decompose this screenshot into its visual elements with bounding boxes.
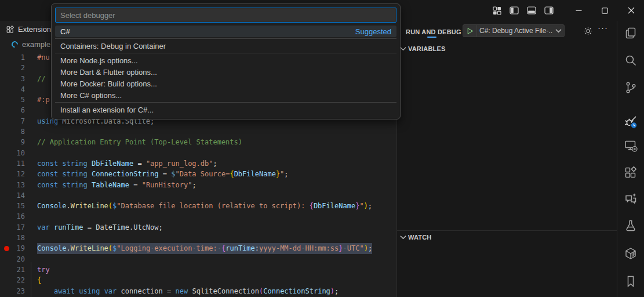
toggle-panel-button[interactable] [523, 2, 540, 19]
code-line-text: Console.WriteLine($"Database file locati… [37, 201, 372, 211]
line-number[interactable]: 21 [0, 265, 25, 275]
quick-pick-item[interactable]: More Node.js options... [55, 55, 396, 66]
activity-bar-item-remote-explorer[interactable] [624, 139, 638, 153]
line-number[interactable]: 20 [0, 254, 25, 265]
line-number[interactable]: 2 [0, 63, 25, 73]
close-button[interactable] [618, 0, 644, 21]
code-line[interactable]: 17var runTime = DateTime.UtcNow; [0, 222, 396, 233]
quick-pick-item-label: Install an extension for C#... [60, 106, 391, 114]
code-line[interactable]: 14 [0, 190, 396, 201]
code-line[interactable]: 10 [0, 148, 396, 158]
code-line[interactable]: 19Console.WriteLine($"Logging·execution·… [0, 243, 396, 253]
play-icon [466, 27, 474, 35]
code-line-text: const string DbFileName = "app_run_log.d… [37, 158, 217, 169]
code-line-text: #:p [37, 95, 50, 105]
line-number[interactable]: 10 [0, 148, 25, 158]
code-line-text: { [37, 275, 41, 285]
quick-pick-item-label: Containers: Debug in Container [60, 42, 391, 50]
activity-bar-item-chat[interactable] [624, 192, 638, 206]
code-line[interactable]: 12const string ConnectionString = $"Data… [0, 169, 396, 179]
code-line-text: var runTime = DateTime.UtcNow; [37, 222, 163, 233]
line-number[interactable]: 8 [0, 126, 25, 137]
debug-settings-gear-button[interactable] [583, 26, 594, 37]
code-line[interactable]: 18 [0, 233, 396, 243]
line-number[interactable]: 3 [0, 74, 25, 84]
breadcrumb[interactable]: example [0, 37, 50, 51]
activity-bar-item-testing[interactable] [624, 219, 638, 233]
line-number[interactable]: 1 [0, 52, 25, 63]
line-number[interactable]: 12 [0, 169, 25, 179]
code-line[interactable]: 23 await using var connection = new Sqli… [0, 286, 396, 296]
line-number[interactable]: 9 [0, 137, 25, 147]
line-number[interactable]: 15 [0, 201, 25, 211]
quick-pick-list: C#SuggestedContainers: Debug in Containe… [55, 26, 396, 115]
customize-layout-icon [493, 6, 501, 15]
quick-pick-panel: C#SuggestedContainers: Debug in Containe… [51, 3, 401, 119]
line-number[interactable]: 13 [0, 180, 25, 190]
csharp-file-icon [10, 39, 20, 49]
code-line-text: // Application Entry Point (Top-Level St… [37, 137, 242, 147]
code-line-text: const string ConnectionString = $"Data S… [37, 169, 289, 179]
quick-pick-item[interactable]: More C# options... [55, 89, 396, 101]
line-number[interactable]: 22 [0, 275, 25, 285]
quick-pick-item-label: C# [60, 27, 355, 36]
activity-bar-item-extensions[interactable] [624, 165, 638, 179]
quick-pick-item[interactable]: More Dart & Flutter options... [55, 66, 396, 78]
vscode-window: Extension example 1#nu23//45#:p67using M… [0, 0, 644, 297]
code-line[interactable]: 11const string DbFileName = "app_run_log… [0, 158, 396, 169]
tab-label: Extension [18, 25, 51, 34]
activity-bar-item-explorer[interactable] [624, 26, 638, 40]
line-number[interactable]: 16 [0, 211, 25, 222]
line-number[interactable]: 23 [0, 286, 25, 296]
source-control-icon [624, 81, 638, 95]
select-debugger-input[interactable] [55, 8, 396, 23]
activity-bar-item-run-and-debug[interactable] [624, 114, 638, 128]
line-number[interactable]: 17 [0, 222, 25, 233]
activity-bar-item-search[interactable] [624, 53, 638, 67]
breadcrumb-file-label: example [22, 40, 50, 49]
code-line[interactable]: 22{ [0, 275, 396, 285]
quick-pick-item[interactable]: Install an extension for C#... [55, 104, 396, 115]
code-line[interactable]: 15Console.WriteLine($"Database file loca… [0, 201, 396, 211]
maximize-button[interactable] [592, 0, 618, 21]
code-line[interactable]: 9// Application Entry Point (Top-Level S… [0, 137, 396, 147]
activity-bar-item-source-control[interactable] [624, 81, 638, 95]
customize-layout-button[interactable] [488, 2, 505, 19]
minimize-button[interactable] [566, 0, 592, 21]
toggle-primary-sidebar-button[interactable] [505, 2, 523, 19]
line-number[interactable]: 6 [0, 105, 25, 115]
watch-section-header[interactable]: WATCH [397, 231, 617, 243]
activity-bar-item-docker[interactable] [624, 247, 638, 260]
layout-sidebar-right-icon [544, 6, 554, 15]
line-number[interactable]: 18 [0, 233, 25, 243]
gear-icon [583, 26, 593, 36]
start-debugging-button[interactable] [463, 25, 477, 37]
debug-config-dropdown[interactable]: C#: Debug Active File-... [463, 24, 565, 37]
layout-panel-icon [527, 6, 536, 15]
code-line[interactable]: 13const string TableName = "RunHistory"; [0, 180, 396, 190]
quick-pick-item[interactable]: C#Suggested [55, 26, 396, 37]
code-line-text: const string TableName = "RunHistory"; [37, 180, 197, 190]
line-number[interactable]: 7 [0, 116, 25, 126]
more-actions-button[interactable]: ··· [598, 23, 608, 32]
code-line-text: try [37, 265, 50, 275]
code-line[interactable]: 20 [0, 254, 396, 265]
code-line[interactable]: 16 [0, 211, 396, 222]
line-number[interactable]: 14 [0, 190, 25, 201]
code-line[interactable]: 21try [0, 265, 396, 275]
quick-pick-item[interactable]: Containers: Debug in Container [55, 40, 396, 52]
section-label: VARIABLES [408, 45, 446, 52]
quick-pick-item-label: More Docker: Build options... [60, 79, 391, 88]
code-line[interactable]: 8 [0, 126, 396, 137]
activity-bar-item-bookmarks[interactable] [624, 274, 638, 288]
indent-guide [31, 262, 31, 297]
line-number[interactable]: 4 [0, 84, 25, 95]
line-number[interactable]: 11 [0, 158, 25, 169]
quick-pick-item[interactable]: More Docker: Build options... [55, 78, 396, 89]
line-number[interactable]: 5 [0, 95, 25, 105]
toggle-secondary-sidebar-button[interactable] [540, 2, 558, 19]
remote-explorer-icon [624, 139, 638, 153]
code-line-text: #nu [37, 52, 50, 63]
variables-section-header[interactable]: VARIABLES [397, 43, 617, 55]
breakpoint-indicator[interactable] [4, 246, 9, 251]
